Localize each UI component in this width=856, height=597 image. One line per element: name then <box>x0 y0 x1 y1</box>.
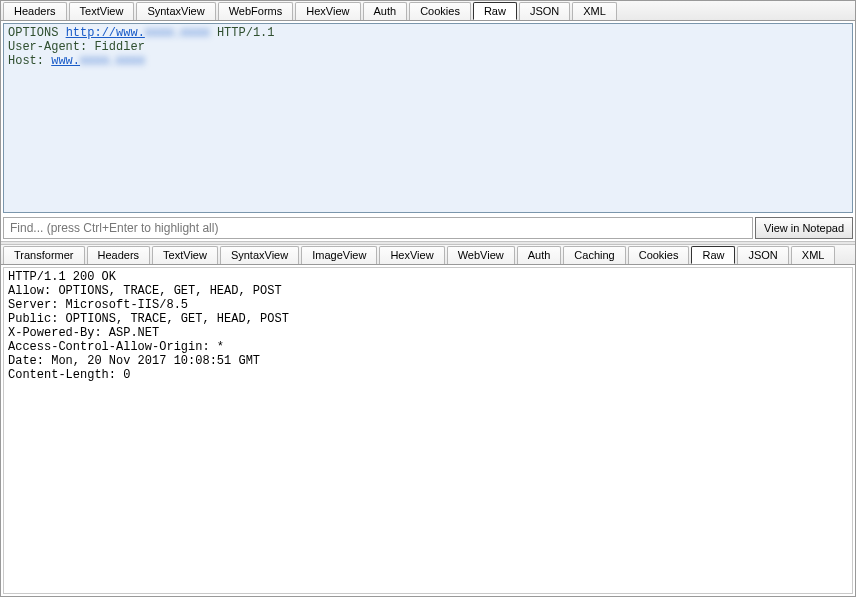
request-tab-headers[interactable]: Headers <box>3 2 67 20</box>
host-link[interactable]: www.xxxx.xxxx <box>51 54 145 68</box>
response-tab-textview[interactable]: TextView <box>152 246 218 264</box>
response-tab-cookies[interactable]: Cookies <box>628 246 690 264</box>
response-panel: HTTP/1.1 200 OK Allow: OPTIONS, TRACE, G… <box>1 265 855 596</box>
request-panel: OPTIONS http://www.xxxx.xxxx HTTP/1.1 Us… <box>1 21 855 241</box>
response-tab-hexview[interactable]: HexView <box>379 246 444 264</box>
response-tabstrip: TransformerHeadersTextViewSyntaxViewImag… <box>1 245 855 265</box>
req-method: OPTIONS <box>8 26 58 40</box>
response-tab-auth[interactable]: Auth <box>517 246 562 264</box>
user-agent-val: Fiddler <box>94 40 144 54</box>
response-tab-syntaxview[interactable]: SyntaxView <box>220 246 299 264</box>
host-key: Host: <box>8 54 44 68</box>
response-tab-raw[interactable]: Raw <box>691 246 735 264</box>
response-tab-json[interactable]: JSON <box>737 246 788 264</box>
request-tab-textview[interactable]: TextView <box>69 2 135 20</box>
host-link-blur: xxxx.xxxx <box>80 54 145 68</box>
request-tab-cookies[interactable]: Cookies <box>409 2 471 20</box>
response-tab-headers[interactable]: Headers <box>87 246 151 264</box>
req-url-blur: xxxx.xxxx <box>145 26 210 40</box>
user-agent-key: User-Agent: <box>8 40 87 54</box>
req-http-version: HTTP/1.1 <box>217 26 275 40</box>
find-row: View in Notepad <box>3 217 853 239</box>
request-tabstrip: HeadersTextViewSyntaxViewWebFormsHexView… <box>1 1 855 21</box>
request-tab-json[interactable]: JSON <box>519 2 570 20</box>
request-tab-raw[interactable]: Raw <box>473 2 517 20</box>
response-tab-caching[interactable]: Caching <box>563 246 625 264</box>
response-tab-imageview[interactable]: ImageView <box>301 246 377 264</box>
find-input[interactable] <box>3 217 753 239</box>
view-in-notepad-button[interactable]: View in Notepad <box>755 217 853 239</box>
request-tab-hexview[interactable]: HexView <box>295 2 360 20</box>
request-raw-box[interactable]: OPTIONS http://www.xxxx.xxxx HTTP/1.1 Us… <box>3 23 853 213</box>
request-tab-auth[interactable]: Auth <box>363 2 408 20</box>
response-tab-webview[interactable]: WebView <box>447 246 515 264</box>
request-tab-syntaxview[interactable]: SyntaxView <box>136 2 215 20</box>
req-url-link[interactable]: http://www.xxxx.xxxx <box>66 26 210 40</box>
response-tab-transformer[interactable]: Transformer <box>3 246 85 264</box>
response-raw-box[interactable]: HTTP/1.1 200 OK Allow: OPTIONS, TRACE, G… <box>3 267 853 594</box>
request-tab-xml[interactable]: XML <box>572 2 617 20</box>
request-tab-webforms[interactable]: WebForms <box>218 2 294 20</box>
response-tab-xml[interactable]: XML <box>791 246 836 264</box>
